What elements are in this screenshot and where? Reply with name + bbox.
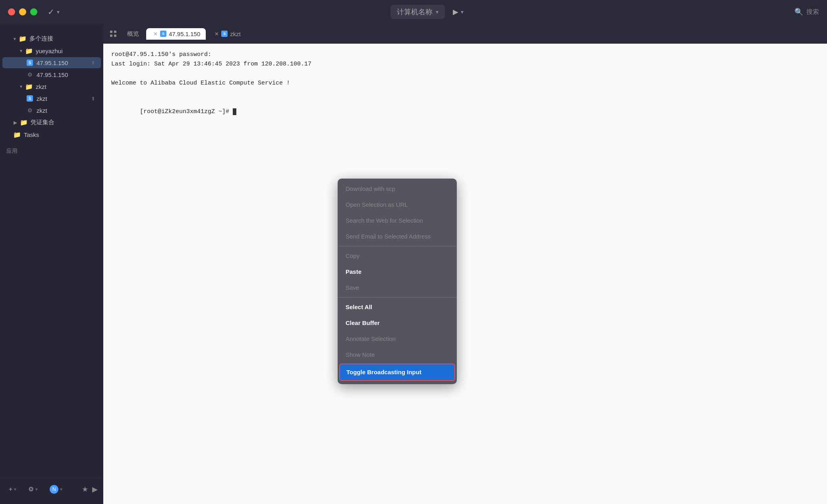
terminal-line-5 [111,88,819,98]
search-label: 搜索 [806,8,819,16]
settings-button[interactable]: ⚙ ▾ [25,483,41,495]
context-menu-save[interactable]: Save [338,280,457,296]
terminal-content[interactable]: root@47.95.1.150's password: Last login:… [103,44,827,504]
play-small-icon[interactable]: ▶ [92,485,98,494]
titlebar: ✓ ▾ 计算机名称 ▾ ▶ ▾ 🔍 搜索 [0,0,827,24]
sidebar-item-yueyazhui[interactable]: ▾ 📁 yueyazhui [2,45,101,56]
tab-zkzt-close[interactable]: ✕ [214,31,219,37]
terminal-line-3 [111,69,819,79]
context-menu-annotate[interactable]: Annotate Selection [338,331,457,347]
context-menu-open-url[interactable]: Open Selection as URL [338,197,457,213]
close-button[interactable] [8,8,15,15]
user-button[interactable]: N ▾ [46,483,66,496]
maximize-button[interactable] [30,8,37,15]
server-47-icon: S [26,59,33,66]
tab-47[interactable]: ✕ S 47.95.1.150 [146,28,206,40]
main-layout: ▾ 📁 多个连接 ▾ 📁 yueyazhui S 47.95.1.150 ⬆ ⚙… [0,24,827,504]
add-icon: + [9,486,12,493]
tab-zkzt[interactable]: ✕ S zkzt [207,28,246,40]
zkzt-group-arrow: ▾ [20,84,22,89]
add-button[interactable]: + ▾ [6,483,19,495]
sidebar-item-zkzt-group[interactable]: ▾ 📁 zkzt [2,81,101,92]
play-icon: ▶ [453,8,458,16]
zkzt-server-label: zkzt [37,95,47,102]
minimize-button[interactable] [19,8,26,15]
titlebar-center: 计算机名称 ▾ ▶ ▾ [66,5,788,19]
tab-47-icon: S [160,31,166,37]
zkzt-upload-icon: ⬆ [91,96,95,102]
zkzt-folder-icon: 📁 [25,83,33,90]
upload-icon: ⬆ [91,60,95,66]
tab-47-label: 47.95.1.150 [169,31,200,37]
yueyazhui-label: yueyazhui [36,48,63,54]
computer-name-button[interactable]: 计算机名称 ▾ [390,5,445,19]
sidebar-item-server-47-active[interactable]: S 47.95.1.150 ⬆ [2,57,101,68]
separator-1 [338,246,457,246]
terminal-line-2: Last login: Sat Apr 29 13:46:45 2023 fro… [111,60,819,69]
tab-47-close[interactable]: ✕ [153,31,158,37]
zkzt-group-label: zkzt [36,83,46,90]
connections-arrow: ▾ [14,36,16,42]
sftp-zkzt-label: zkzt [37,107,47,114]
yueyazhui-arrow: ▾ [20,48,22,54]
connections-label: 多个连接 [29,35,53,42]
yueyazhui-folder-icon: 📁 [25,47,33,54]
task-dropdown-arrow[interactable]: ▾ [57,9,60,15]
computer-name-arrow: ▾ [436,9,439,15]
sidebar-item-zkzt-sftp[interactable]: ⚙ zkzt [2,105,101,116]
context-menu-search-web[interactable]: Search the Web for Selection [338,213,457,229]
tasks-folder-icon: 📁 [14,131,21,138]
sidebar-item-zkzt-server[interactable]: S zkzt ⬆ [2,93,101,104]
sftp-47-label: 47.95.1.150 [37,71,68,78]
context-menu-paste[interactable]: Paste [338,264,457,280]
context-menu-copy[interactable]: Copy [338,248,457,264]
play-arrow: ▾ [461,9,464,15]
play-button[interactable]: ▶ ▾ [453,8,464,16]
sidebar-item-credentials[interactable]: ▶ 📁 凭证集合 [2,117,101,128]
sftp-zkzt-icon: ⚙ [26,107,33,114]
user-arrow: ▾ [60,487,62,492]
server-47-label: 47.95.1.150 [37,60,68,66]
sidebar-section-connections [0,28,103,33]
tab-bar: 概览 ✕ S 47.95.1.150 ✕ S zkzt [103,24,827,44]
svg-rect-2 [110,35,112,37]
user-icon: N [50,485,58,494]
tab-overview[interactable]: 概览 [122,28,145,40]
svg-rect-0 [110,31,112,33]
separator-2 [338,297,457,298]
checkmark-icon: ✓ [48,7,54,17]
sidebar-item-connections[interactable]: ▾ 📁 多个连接 [2,33,101,44]
context-menu-show-note[interactable]: Show Note [338,347,457,363]
context-menu-send-email[interactable]: Send Email to Selected Address [338,229,457,244]
traffic-lights [8,8,37,15]
context-menu: Download with scp Open Selection as URL … [338,179,457,384]
zkzt-server-icon: S [26,95,33,102]
search-icon: 🔍 [794,8,803,16]
star-icon[interactable]: ★ [82,485,88,494]
terminal-line-1: root@47.95.1.150's password: [111,50,819,60]
add-arrow: ▾ [14,487,16,492]
context-menu-select-all[interactable]: Select All [338,299,457,315]
tab-zkzt-icon: S [221,31,228,37]
svg-rect-1 [114,31,116,33]
credentials-label: 凭证集合 [31,119,54,126]
settings-arrow: ▾ [35,487,38,492]
search-bar[interactable]: 🔍 搜索 [794,8,819,16]
credentials-folder-icon: 📁 [20,119,27,126]
context-menu-clear-buffer[interactable]: Clear Buffer [338,315,457,331]
terminal-cursor [233,108,236,115]
sidebar-item-server-47-sftp[interactable]: ⚙ 47.95.1.150 [2,69,101,80]
connections-folder-icon: 📁 [19,35,26,42]
terminal-prompt-line: [root@iZk2eun3xm41zgZ ~]# [111,98,819,126]
tasks-label: Tasks [24,131,39,138]
grid-view-button[interactable] [106,27,120,40]
context-menu-toggle-broadcasting[interactable]: Toggle Broadcasting Input [339,364,455,381]
sidebar-footer-right: ★ ▶ [82,485,98,494]
svg-rect-3 [114,35,116,37]
sidebar-item-tasks[interactable]: 📁 Tasks [2,129,101,140]
task-icon[interactable]: ✓ ▾ [48,7,60,17]
terminal-prompt: [root@iZk2eun3xm41zgZ ~]# [140,108,233,115]
tab-zkzt-label: zkzt [230,31,241,37]
gear-icon: ⚙ [28,485,34,493]
context-menu-download-scp[interactable]: Download with scp [338,181,457,197]
